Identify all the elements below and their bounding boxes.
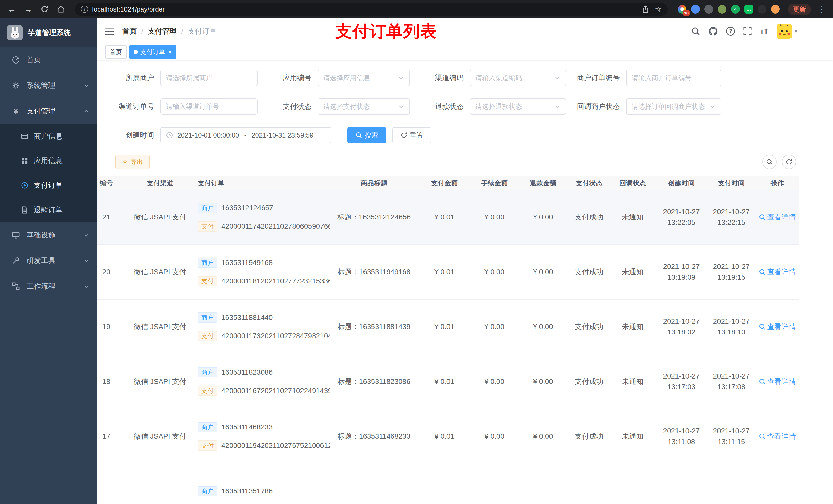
- filter-channel-order-no: 渠道订单号: [110, 98, 258, 115]
- toggle-search-button[interactable]: [762, 155, 777, 169]
- extension-icon-7[interactable]: [758, 5, 766, 14]
- chevron-down-icon: [84, 258, 89, 264]
- merchant-input[interactable]: [160, 70, 258, 86]
- filter-pay-status: 支付状态 请选择支付状态: [267, 98, 410, 115]
- created-time: 13:22:05: [668, 217, 695, 228]
- sidebar-item-payment[interactable]: ¥ 支付管理: [0, 98, 97, 124]
- paid-time: 13:17:08: [717, 382, 745, 392]
- sidebar-fold-icon[interactable]: [105, 27, 114, 35]
- cell-channel: 微信 JSAPI 支付: [125, 322, 195, 332]
- sidebar-item-home[interactable]: 首页: [0, 47, 97, 73]
- browser-back-button[interactable]: ←: [5, 3, 19, 16]
- channel-code-select[interactable]: 请输入渠道编码: [470, 70, 566, 86]
- cell-channel: 微信 JSAPI 支付: [125, 377, 195, 386]
- channel-order-no-input[interactable]: [160, 98, 258, 115]
- chevron-down-icon: [398, 103, 404, 110]
- page-annotation: 支付订单列表: [336, 20, 437, 43]
- extension-badge: 10: [683, 10, 690, 16]
- site-info-icon[interactable]: i: [81, 6, 88, 13]
- merchant-order-no-input[interactable]: [626, 70, 721, 86]
- sidebar-item-system[interactable]: 系统管理: [0, 73, 97, 98]
- wrench-icon: [10, 257, 22, 265]
- cell-action: 查看详情: [756, 432, 799, 441]
- github-icon[interactable]: [708, 26, 718, 36]
- extension-icon-6[interactable]: …: [744, 5, 753, 14]
- bookmark-star-icon[interactable]: ☆: [655, 5, 661, 14]
- tab-pay-order[interactable]: 支付订单 ×: [129, 45, 176, 58]
- refund-status-select[interactable]: 请选择退款状态: [470, 98, 566, 115]
- paid-time: 13:11:15: [718, 436, 745, 447]
- browser-home-button[interactable]: [54, 3, 68, 16]
- tab-close-icon[interactable]: ×: [168, 49, 172, 55]
- sidebar-item-pay-order[interactable]: 支付订单: [0, 173, 97, 198]
- extension-icon-1[interactable]: 10: [678, 5, 687, 14]
- sidebar-item-infrastructure[interactable]: 基础设施: [0, 222, 97, 248]
- pay-status-select[interactable]: 请选择支付状态: [318, 98, 410, 115]
- merchant-order-no-field[interactable]: [632, 74, 716, 82]
- table-row: 20 微信 JSAPI 支付 商户 1635311949168 支付 42000…: [97, 245, 799, 299]
- header-status: 支付状态: [569, 179, 610, 188]
- filter-channel-code: 渠道编码 请输入渠道编码: [420, 70, 566, 86]
- breadcrumb-payment[interactable]: 支付管理: [148, 26, 177, 36]
- search-icon[interactable]: [691, 27, 700, 35]
- sidebar-item-workflow[interactable]: 工作流程: [0, 273, 97, 299]
- extension-icon-8[interactable]: [771, 5, 780, 14]
- cell-status: 支付成功: [569, 432, 610, 441]
- view-detail-link[interactable]: 查看详情: [759, 377, 796, 386]
- cell-created: 2021-10-27 13:18:02: [656, 316, 707, 338]
- user-menu[interactable]: ▾: [777, 24, 797, 39]
- view-detail-link[interactable]: 查看详情: [759, 267, 796, 277]
- table-row: 17 微信 JSAPI 支付 商户 1635311468233 支付 42000…: [97, 409, 799, 464]
- view-detail-link[interactable]: 查看详情: [759, 432, 796, 441]
- tab-label: 首页: [110, 48, 122, 56]
- cell-refund: ¥ 0.00: [518, 378, 569, 386]
- extension-icon-2[interactable]: [691, 5, 700, 14]
- paid-date: 2021-10-27: [713, 261, 749, 272]
- merchant-badge: 商户: [198, 258, 217, 268]
- pay-badge: 支付: [198, 331, 217, 341]
- refresh-table-button[interactable]: [782, 155, 796, 169]
- merchant-badge: 商户: [198, 312, 217, 323]
- browser-forward-button[interactable]: →: [22, 3, 35, 16]
- channel-order-number: 4200001181202110277723215336: [221, 277, 330, 285]
- browser-menu-icon[interactable]: ⋮: [816, 5, 828, 14]
- channel-order-no-field[interactable]: [166, 103, 252, 111]
- browser-update-button[interactable]: 更新: [788, 4, 811, 15]
- sidebar-item-label: 系统管理: [27, 81, 55, 90]
- date-range-picker[interactable]: 2021-10-01 00:00:00 - 2021-10-31 23:59:5…: [160, 127, 331, 143]
- cell-action: 查看详情: [756, 267, 799, 277]
- paid-date: 2021-10-27: [713, 371, 749, 382]
- cell-title: 标题：1635311949168: [330, 267, 418, 277]
- share-icon[interactable]: [642, 5, 649, 13]
- app-logo[interactable]: 芋道管理系统: [0, 19, 97, 47]
- callback-status-select[interactable]: 请选择订单回调商户状态: [626, 98, 721, 115]
- cell-created: 2021-10-27 13:11:08: [656, 426, 707, 447]
- extension-icon-3[interactable]: [705, 5, 713, 14]
- browser-reload-button[interactable]: [38, 3, 51, 16]
- extension-icon-5[interactable]: ✓: [731, 5, 740, 14]
- field-label: 渠道编码: [420, 73, 470, 83]
- tab-home[interactable]: 首页: [105, 45, 126, 58]
- breadcrumb-home[interactable]: 首页: [122, 26, 137, 36]
- extension-icon-4[interactable]: [718, 5, 727, 14]
- sidebar-item-merchant-info[interactable]: 商户信息: [0, 124, 97, 148]
- sidebar-item-label: 退款订单: [34, 205, 63, 215]
- header-created: 创建时间: [656, 179, 707, 188]
- sidebar-item-dev-tools[interactable]: 研发工具: [0, 248, 97, 273]
- merchant-input-field[interactable]: [166, 74, 252, 82]
- help-icon[interactable]: ?: [726, 27, 735, 35]
- reset-button[interactable]: 重置: [392, 127, 431, 143]
- app-select[interactable]: 请选择应用信息: [318, 70, 410, 86]
- search-button[interactable]: 搜索: [347, 127, 386, 143]
- font-size-icon[interactable]: тT: [760, 27, 768, 35]
- view-detail-link[interactable]: 查看详情: [759, 322, 796, 332]
- export-button[interactable]: 导出: [115, 155, 149, 169]
- sidebar-item-app-info[interactable]: 应用信息: [0, 148, 97, 173]
- sidebar-item-refund-order[interactable]: 退款订单: [0, 198, 97, 222]
- cell-amount: ¥ 0.01: [418, 213, 471, 221]
- view-detail-link[interactable]: 查看详情: [759, 212, 796, 222]
- fullscreen-icon[interactable]: [743, 27, 752, 35]
- address-bar[interactable]: i localhost:1024/pay/order ☆: [75, 3, 668, 16]
- sidebar-item-label: 应用信息: [34, 156, 63, 166]
- cell-id: 19: [97, 323, 125, 331]
